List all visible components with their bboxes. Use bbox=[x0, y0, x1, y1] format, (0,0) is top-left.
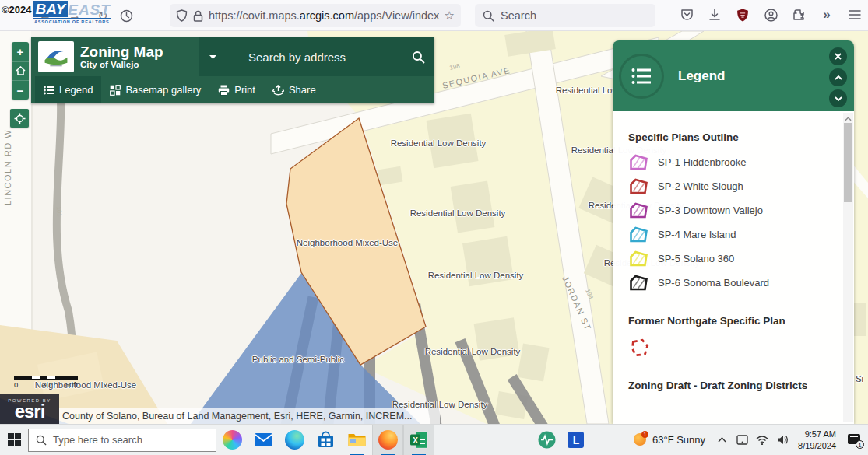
search-submit-button[interactable] bbox=[402, 37, 434, 76]
legend-item-label: SP-2 White Slough bbox=[658, 180, 743, 192]
legend-swatch bbox=[628, 202, 649, 219]
taskbar-weather-widget[interactable]: 1 63°F Sunny bbox=[627, 433, 712, 446]
search-source-dropdown[interactable] bbox=[199, 37, 227, 76]
download-icon bbox=[708, 9, 721, 21]
print-icon bbox=[218, 85, 230, 96]
notification-badge: 1 bbox=[856, 440, 864, 449]
map-label: 101 bbox=[55, 206, 64, 217]
toolbar-share-button[interactable]: Share bbox=[264, 76, 325, 103]
home-button[interactable] bbox=[12, 61, 29, 81]
tray-app-wave-button[interactable] bbox=[534, 425, 561, 455]
browser-search-box[interactable]: Search bbox=[475, 4, 655, 27]
legend-header: Legend bbox=[613, 40, 854, 111]
wifi-icon bbox=[756, 436, 768, 445]
edge-icon bbox=[285, 430, 304, 450]
taskbar-edge-button[interactable] bbox=[279, 425, 310, 455]
taskbar-firefox-button[interactable] bbox=[372, 425, 403, 455]
basemap-gallery-icon bbox=[110, 85, 121, 96]
search-icon bbox=[483, 10, 494, 22]
legend-swatch bbox=[628, 154, 649, 171]
weather-icon: 1 bbox=[634, 433, 647, 446]
taskbar-mail-button[interactable] bbox=[248, 425, 279, 455]
taskbar-clock[interactable]: 9:57 AM 8/19/2024 bbox=[792, 429, 842, 451]
legend-item: SP-6 Sonoma Boulevard bbox=[628, 275, 831, 291]
chevron-up-icon bbox=[835, 75, 842, 80]
tray-volume-button[interactable] bbox=[772, 425, 792, 455]
app-toolbar: Legend Basemap gallery Print Share bbox=[31, 76, 434, 103]
tray-overflow-button[interactable] bbox=[712, 425, 732, 455]
taskbar-explorer-button[interactable] bbox=[341, 425, 372, 455]
toolbar-legend-button[interactable]: Legend bbox=[35, 76, 101, 103]
legend-item: SP-4 Mare Island bbox=[628, 226, 831, 243]
address-search: Search by address bbox=[199, 37, 434, 76]
browser-search-placeholder: Search bbox=[501, 9, 536, 22]
legend-item-label: SP-3 Downtown Vallejo bbox=[658, 205, 763, 216]
pocket-button[interactable] bbox=[678, 6, 695, 23]
ublock-extension-button[interactable] bbox=[734, 6, 751, 23]
app-menu-button[interactable] bbox=[846, 6, 863, 23]
toolbar-print-button[interactable]: Print bbox=[209, 76, 264, 103]
zoom-in-button[interactable]: + bbox=[12, 42, 29, 61]
legend-scrollbar[interactable] bbox=[843, 113, 853, 422]
notification-center-button[interactable]: 1 bbox=[842, 425, 868, 455]
tray-app-l-button[interactable]: L bbox=[561, 425, 592, 455]
clock-icon bbox=[120, 9, 133, 23]
legend-item-label: SP-4 Mare Island bbox=[658, 229, 736, 240]
map-viewport[interactable]: Residential Low DensityResidential Low D… bbox=[0, 31, 868, 424]
search-icon bbox=[412, 51, 425, 64]
map-label: Residential Low Density bbox=[391, 138, 487, 148]
l-app-icon: L bbox=[568, 432, 584, 448]
chevron-down-icon bbox=[209, 54, 217, 60]
downloads-button[interactable] bbox=[706, 6, 723, 23]
esri-logo[interactable]: POWERED BY esri bbox=[0, 394, 59, 424]
zoom-out-button[interactable]: − bbox=[12, 80, 29, 100]
taskbar-excel-button[interactable]: X bbox=[403, 425, 434, 455]
taskbar-copilot-button[interactable] bbox=[216, 425, 248, 455]
toolbar-basemap-button[interactable]: Basemap gallery bbox=[101, 76, 209, 103]
firefox-icon bbox=[378, 430, 398, 450]
legend-item: SP-2 White Slough bbox=[628, 178, 831, 194]
legend-section-heading: Zoning Draft - Draft Zoning Districts bbox=[628, 380, 831, 391]
extensions-button[interactable] bbox=[790, 6, 807, 23]
hamburger-icon bbox=[849, 10, 861, 19]
tray-wifi-button[interactable] bbox=[752, 425, 772, 455]
speaker-icon bbox=[777, 435, 789, 445]
map-label: Neighborhood Mixed-Use bbox=[297, 238, 398, 247]
app-subtitle: City of Vallejo bbox=[80, 60, 199, 69]
home-icon bbox=[16, 66, 26, 75]
legend-expand-button[interactable] bbox=[829, 89, 847, 107]
history-button[interactable] bbox=[117, 6, 135, 25]
taskbar-store-button[interactable] bbox=[310, 425, 341, 455]
clock-time: 9:57 AM bbox=[798, 429, 836, 439]
legend-close-button[interactable] bbox=[829, 47, 847, 65]
legend-widget-icon bbox=[619, 54, 664, 99]
scroll-up-icon[interactable] bbox=[845, 117, 852, 121]
scrollbar-thumb[interactable] bbox=[844, 123, 852, 202]
lock-icon[interactable] bbox=[193, 10, 203, 22]
file-explorer-icon bbox=[347, 430, 367, 450]
tray-device-button[interactable] bbox=[732, 425, 752, 455]
app-header-panel: Zoning Map City of Vallejo Search by add… bbox=[31, 37, 434, 103]
legend-item-label: SP-1 Hiddenbrooke bbox=[658, 156, 746, 168]
start-button[interactable] bbox=[0, 425, 28, 455]
chevron-up-icon bbox=[718, 437, 726, 443]
toolbar-print-label: Print bbox=[234, 84, 255, 96]
legend-collapse-button[interactable] bbox=[829, 68, 847, 86]
url-bar[interactable]: https://covit.maps.arcgis.com/apps/View/… bbox=[170, 4, 461, 27]
shield-icon[interactable] bbox=[176, 9, 188, 22]
taskbar-search-input[interactable]: Type here to search bbox=[28, 429, 216, 452]
account-button[interactable] bbox=[762, 6, 779, 23]
overflow-menu-button[interactable]: » bbox=[818, 6, 835, 23]
locate-button[interactable] bbox=[10, 109, 29, 128]
legend-swatch bbox=[628, 250, 649, 268]
legend-swatch bbox=[628, 226, 649, 243]
legend-item-label: SP-5 Solano 360 bbox=[658, 253, 734, 264]
search-icon bbox=[36, 435, 47, 446]
bookmark-star-icon[interactable]: ☆ bbox=[445, 9, 455, 23]
search-input[interactable]: Search by address bbox=[227, 51, 402, 64]
legend-item-label: SP-6 Sonoma Boulevard bbox=[658, 277, 769, 289]
bayeast-watermark: ©2024 BAYEAST ASSOCIATION OF REALTORS bbox=[2, 1, 111, 24]
svg-text:X: X bbox=[413, 436, 418, 445]
clock-date: 8/19/2024 bbox=[798, 440, 836, 451]
puzzle-icon bbox=[792, 9, 805, 21]
